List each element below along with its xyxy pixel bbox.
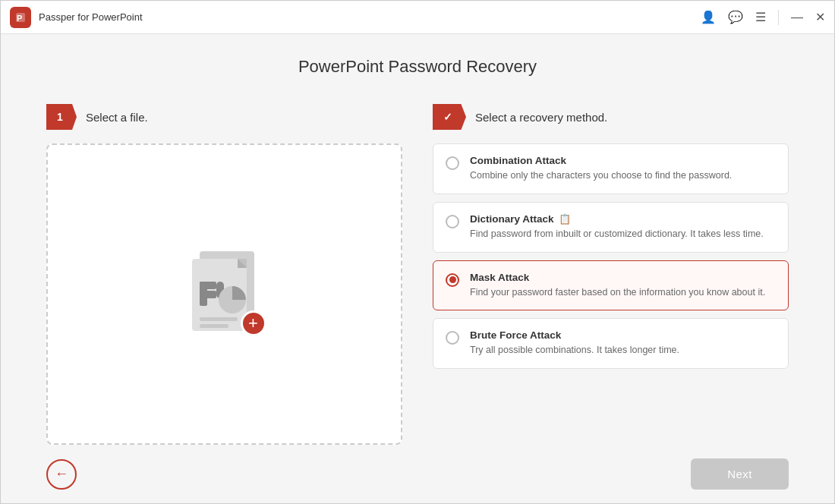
bottom-bar: ← Next bbox=[46, 458, 789, 490]
recovery-options-list: Combination Attack Combine only the char… bbox=[433, 143, 789, 369]
option-dictionary-title: Dictionary Attack 📋 bbox=[470, 213, 764, 225]
option-mask-desc: Find your password faster based on the i… bbox=[470, 285, 765, 300]
left-column: 1 Select a file. bbox=[46, 104, 402, 445]
option-dictionary-desc: Find password from inbuilt or customized… bbox=[470, 227, 764, 241]
step-two-label: Select a recovery method. bbox=[475, 111, 607, 124]
back-button[interactable]: ← bbox=[46, 459, 77, 490]
close-icon[interactable]: ✕ bbox=[815, 11, 825, 24]
option-brute-desc: Try all possible combinations. It takes … bbox=[470, 343, 679, 358]
radio-mask-inner bbox=[449, 276, 456, 283]
next-button[interactable]: Next bbox=[691, 458, 789, 490]
step-one-header: 1 Select a file. bbox=[46, 104, 402, 130]
app-icon: P bbox=[10, 7, 31, 28]
svg-rect-8 bbox=[200, 291, 216, 298]
dictionary-extra-icon: 📋 bbox=[559, 213, 571, 225]
main-content: PowerPoint Password Recovery 1 Select a … bbox=[1, 34, 834, 504]
file-icon-wrap: + bbox=[183, 245, 266, 344]
svg-rect-7 bbox=[200, 282, 216, 289]
controls-separator bbox=[778, 10, 779, 25]
svg-text:P: P bbox=[17, 14, 22, 23]
option-mask-text: Mask Attack Find your password faster ba… bbox=[470, 272, 765, 300]
option-brute-title: Brute Force Attack bbox=[470, 329, 679, 341]
account-icon[interactable]: 👤 bbox=[701, 11, 716, 24]
file-drop-area[interactable]: + bbox=[46, 143, 402, 445]
step-one-badge: 1 bbox=[46, 104, 77, 130]
option-dictionary[interactable]: Dictionary Attack 📋 Find password from i… bbox=[433, 202, 789, 253]
svg-rect-11 bbox=[200, 317, 238, 321]
svg-rect-12 bbox=[200, 324, 228, 328]
chat-icon[interactable]: 💬 bbox=[728, 11, 743, 24]
menu-icon[interactable]: ☰ bbox=[755, 11, 766, 24]
option-mask-title: Mask Attack bbox=[470, 272, 765, 283]
add-file-badge[interactable]: + bbox=[241, 310, 266, 336]
title-bar-left: P Passper for PowerPoint bbox=[10, 7, 143, 28]
right-column: ✓ Select a recovery method. Combination … bbox=[433, 104, 789, 445]
step-two-badge: ✓ bbox=[433, 104, 466, 130]
radio-brute[interactable] bbox=[446, 331, 459, 345]
option-brute-text: Brute Force Attack Try all possible comb… bbox=[470, 329, 679, 358]
step-one-label: Select a file. bbox=[86, 111, 148, 124]
option-dictionary-text: Dictionary Attack 📋 Find password from i… bbox=[470, 213, 764, 241]
step-two-header: ✓ Select a recovery method. bbox=[433, 104, 789, 130]
option-combination-desc: Combine only the characters you choose t… bbox=[470, 169, 732, 183]
radio-combination[interactable] bbox=[446, 156, 459, 170]
app-title: Passper for PowerPoint bbox=[39, 11, 143, 23]
window-controls: 👤 💬 ☰ — ✕ bbox=[701, 10, 825, 25]
option-combination-title: Combination Attack bbox=[470, 155, 732, 166]
option-mask[interactable]: Mask Attack Find your password faster ba… bbox=[433, 260, 789, 311]
two-col-layout: 1 Select a file. bbox=[46, 104, 789, 445]
option-combination[interactable]: Combination Attack Combine only the char… bbox=[433, 143, 789, 194]
radio-mask[interactable] bbox=[446, 273, 459, 287]
minimize-icon[interactable]: — bbox=[791, 11, 803, 24]
title-bar: P Passper for PowerPoint 👤 💬 ☰ — ✕ bbox=[1, 1, 834, 34]
radio-dictionary[interactable] bbox=[446, 215, 459, 228]
option-combination-text: Combination Attack Combine only the char… bbox=[470, 155, 732, 183]
page-title: PowerPoint Password Recovery bbox=[46, 57, 789, 77]
option-brute[interactable]: Brute Force Attack Try all possible comb… bbox=[433, 318, 789, 369]
